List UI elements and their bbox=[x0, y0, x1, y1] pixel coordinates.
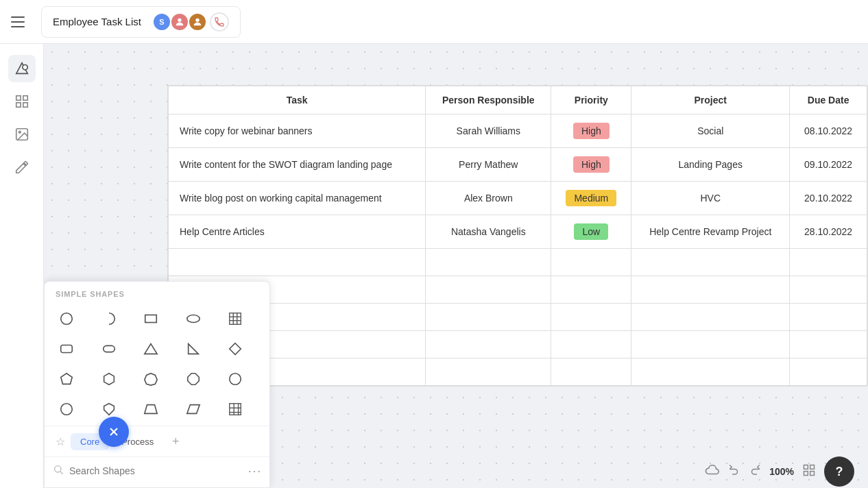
svg-marker-26 bbox=[188, 374, 200, 385]
shape-arc[interactable] bbox=[95, 305, 123, 332]
svg-point-3 bbox=[22, 65, 27, 70]
more-options-icon[interactable]: ⋯ bbox=[248, 463, 261, 479]
redo-icon[interactable] bbox=[749, 464, 761, 480]
main-layout: Task Person Responsible Priority Project… bbox=[0, 44, 868, 488]
table-row: Write blog post on working capital manag… bbox=[169, 182, 867, 215]
task-cell: Help Centre Articles bbox=[169, 215, 426, 249]
svg-rect-7 bbox=[16, 103, 20, 107]
project-cell: Social bbox=[631, 114, 790, 148]
shape-circle[interactable] bbox=[53, 305, 80, 332]
col-priority: Priority bbox=[551, 86, 631, 114]
table-row bbox=[169, 249, 867, 276]
shape-ellipse[interactable] bbox=[180, 305, 207, 332]
col-person: Person Responsible bbox=[426, 86, 551, 114]
shape-rectangle[interactable] bbox=[137, 305, 165, 332]
favorites-icon[interactable]: ☆ bbox=[53, 432, 68, 451]
svg-marker-21 bbox=[188, 344, 198, 354]
svg-point-12 bbox=[187, 315, 200, 323]
svg-rect-42 bbox=[810, 471, 815, 475]
person-cell: Alex Brown bbox=[426, 182, 551, 215]
col-due: Due Date bbox=[790, 86, 867, 114]
menu-button[interactable] bbox=[11, 11, 33, 33]
svg-rect-41 bbox=[804, 471, 808, 475]
canvas[interactable]: Task Person Responsible Priority Project… bbox=[44, 44, 868, 488]
topbar: Employee Task List S bbox=[0, 0, 868, 44]
zoom-level: 100% bbox=[769, 466, 794, 477]
svg-rect-6 bbox=[23, 103, 27, 107]
task-cell: Write copy for webinar banners bbox=[169, 114, 426, 148]
svg-marker-23 bbox=[61, 374, 73, 385]
search-icon bbox=[53, 464, 64, 478]
grid-icon[interactable] bbox=[802, 463, 816, 480]
shape-table[interactable] bbox=[221, 305, 249, 332]
svg-marker-22 bbox=[230, 343, 241, 355]
collaborators: S bbox=[152, 12, 229, 32]
shape-rounded-rect[interactable] bbox=[53, 335, 80, 363]
sidebar-image-icon[interactable] bbox=[8, 121, 36, 148]
shape-right-triangle[interactable] bbox=[180, 335, 207, 363]
shape-hexagon[interactable] bbox=[95, 365, 123, 393]
svg-marker-24 bbox=[104, 374, 114, 385]
shape-grid[interactable] bbox=[221, 395, 249, 423]
shape-octagon[interactable] bbox=[180, 365, 207, 393]
svg-rect-19 bbox=[103, 345, 114, 352]
shape-pentagon[interactable] bbox=[53, 365, 80, 393]
shape-parallelogram[interactable] bbox=[180, 395, 207, 423]
sidebar-frame-icon[interactable] bbox=[8, 88, 36, 115]
table-row bbox=[169, 276, 867, 304]
col-project: Project bbox=[631, 86, 790, 114]
left-sidebar bbox=[0, 44, 44, 488]
search-shapes-input[interactable] bbox=[69, 465, 242, 476]
svg-rect-39 bbox=[804, 465, 808, 469]
table-row: Write content for the SWOT diagram landi… bbox=[169, 148, 867, 182]
shapes-search: ⋯ bbox=[45, 456, 269, 487]
svg-rect-5 bbox=[23, 96, 27, 100]
project-cell: Help Centre Revamp Project bbox=[631, 215, 790, 249]
priority-cell: High bbox=[551, 114, 631, 148]
tab-add-button[interactable]: + bbox=[166, 432, 185, 451]
shape-rounded-rect2[interactable] bbox=[95, 335, 123, 363]
svg-point-37 bbox=[55, 466, 61, 472]
undo-icon[interactable] bbox=[728, 464, 740, 480]
shape-heptagon[interactable] bbox=[137, 365, 165, 393]
svg-point-9 bbox=[19, 131, 21, 133]
shape-trapezoid[interactable] bbox=[137, 395, 165, 423]
shape-diamond[interactable] bbox=[221, 335, 249, 363]
help-button[interactable]: ? bbox=[824, 456, 854, 487]
shapes-tabs: ☆ Core Process + bbox=[45, 426, 269, 456]
table-row bbox=[169, 331, 867, 358]
person-cell: Natasha Vangelis bbox=[426, 215, 551, 249]
cloud-icon[interactable] bbox=[705, 463, 720, 481]
due-cell: 09.10.2022 bbox=[790, 148, 867, 182]
svg-rect-40 bbox=[810, 465, 815, 469]
table-row bbox=[169, 358, 867, 386]
person-cell: Perry Mathew bbox=[426, 148, 551, 182]
svg-point-0 bbox=[178, 18, 181, 21]
shape-ring[interactable] bbox=[53, 395, 80, 423]
document-title: Employee Task List bbox=[53, 16, 141, 27]
svg-rect-13 bbox=[230, 313, 241, 325]
svg-marker-31 bbox=[187, 405, 200, 414]
project-cell: Landing Pages bbox=[631, 148, 790, 182]
title-bar: Employee Task List S bbox=[41, 6, 241, 38]
table-row: Write copy for webinar banners Sarah Wil… bbox=[169, 114, 867, 148]
close-fab-button[interactable] bbox=[99, 417, 129, 447]
svg-rect-18 bbox=[61, 345, 73, 353]
task-cell: Write blog post on working capital manag… bbox=[169, 182, 426, 215]
svg-point-1 bbox=[195, 18, 199, 21]
shape-triangle[interactable] bbox=[137, 335, 165, 363]
priority-cell: High bbox=[551, 148, 631, 182]
sidebar-draw-icon[interactable] bbox=[8, 154, 36, 181]
priority-cell: Low bbox=[551, 215, 631, 249]
svg-point-27 bbox=[230, 374, 241, 385]
priority-cell: Medium bbox=[551, 182, 631, 215]
table-row bbox=[169, 304, 867, 331]
avatar-1: S bbox=[152, 12, 171, 32]
call-button[interactable] bbox=[210, 12, 229, 32]
svg-point-28 bbox=[61, 404, 73, 415]
due-cell: 20.10.2022 bbox=[790, 182, 867, 215]
sidebar-shapes-icon[interactable] bbox=[8, 55, 36, 82]
shape-circle2[interactable] bbox=[221, 365, 249, 393]
person-cell: Sarah Williams bbox=[426, 114, 551, 148]
shapes-panel: SIMPLE SHAPES bbox=[44, 281, 270, 488]
